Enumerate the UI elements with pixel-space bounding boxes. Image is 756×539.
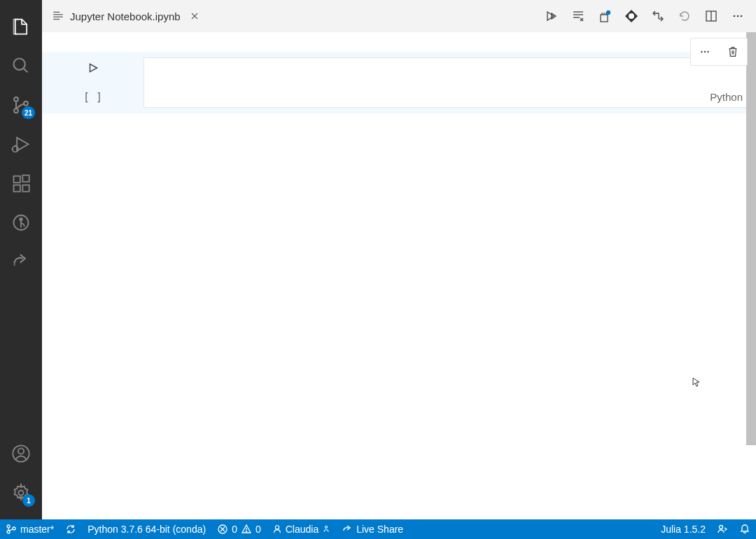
svg-point-41 — [737, 15, 739, 18]
liveshare-label: Live Share — [356, 524, 403, 535]
clear-outputs-icon[interactable] — [570, 8, 587, 24]
svg-point-51 — [13, 527, 15, 530]
scrollbar-thumb[interactable] — [746, 32, 756, 445]
svg-point-0 — [14, 59, 25, 70]
svg-rect-9 — [14, 176, 20, 183]
notebook-file-icon — [52, 10, 64, 22]
warnings-count: 0 — [255, 524, 261, 535]
settings-badge: 1 — [22, 494, 35, 507]
svg-point-45 — [707, 51, 708, 52]
svg-point-43 — [701, 51, 702, 52]
svg-point-57 — [275, 526, 279, 529]
notebook-area: [ ] Python — [42, 32, 756, 519]
source-control-icon[interactable]: 21 — [0, 85, 42, 125]
svg-rect-32 — [601, 15, 608, 22]
svg-point-37 — [629, 13, 634, 19]
mouse-cursor-icon — [692, 377, 703, 391]
status-user[interactable]: Claudia — [272, 524, 330, 535]
activity-bar: 21 — [0, 0, 42, 519]
julia-version: Julia 1.5.2 — [661, 524, 706, 535]
scrollbar[interactable] — [746, 32, 756, 519]
svg-point-4 — [24, 102, 28, 106]
run-debug-icon[interactable] — [0, 125, 42, 164]
status-branch[interactable]: master* — [6, 524, 54, 535]
svg-point-2 — [14, 97, 18, 102]
svg-point-42 — [741, 15, 743, 18]
cell-run-icon[interactable] — [87, 62, 99, 77]
tab-filename: Jupyter Notebook.ipynb — [70, 10, 181, 22]
jupyter-logo-icon[interactable] — [623, 8, 640, 24]
branch-name: master* — [20, 524, 54, 535]
git-graph-icon[interactable] — [0, 203, 42, 242]
status-python-env[interactable]: Python 3.7.6 64-bit (conda) — [88, 524, 206, 535]
svg-point-56 — [246, 531, 246, 532]
svg-point-49 — [7, 525, 10, 528]
more-actions-icon[interactable] — [729, 8, 746, 24]
compare-changes-icon[interactable] — [650, 8, 666, 24]
errors-count: 0 — [232, 524, 237, 535]
cell-execution-count: [ ] — [83, 91, 102, 104]
run-all-icon[interactable] — [543, 8, 560, 24]
svg-point-3 — [14, 108, 18, 113]
source-control-badge: 21 — [22, 106, 35, 119]
svg-rect-11 — [22, 185, 29, 191]
cell-more-icon[interactable] — [691, 38, 719, 65]
undo-icon[interactable] — [676, 8, 693, 24]
svg-marker-48 — [90, 64, 97, 71]
split-editor-icon[interactable] — [703, 8, 720, 24]
svg-rect-12 — [22, 175, 29, 181]
share-icon[interactable] — [0, 242, 42, 281]
settings-gear-icon[interactable]: 1 — [0, 473, 42, 512]
svg-point-14 — [20, 218, 22, 221]
status-julia[interactable]: Julia 1.5.2 — [661, 524, 706, 535]
cell-input-area[interactable] — [144, 58, 750, 107]
status-problems[interactable]: 0 0 — [217, 524, 261, 535]
status-liveshare[interactable]: Live Share — [342, 524, 403, 535]
cell-delete-icon[interactable] — [719, 38, 747, 65]
svg-point-18 — [19, 491, 24, 496]
svg-point-44 — [704, 51, 706, 52]
extensions-icon[interactable] — [0, 164, 42, 203]
tab-close-icon[interactable] — [189, 10, 200, 22]
svg-point-40 — [734, 15, 736, 18]
svg-point-36 — [607, 11, 610, 15]
svg-point-17 — [18, 448, 24, 454]
svg-point-59 — [720, 526, 723, 529]
svg-line-1 — [24, 69, 28, 73]
cell-toolbar — [690, 38, 748, 66]
user-name: Claudia — [286, 524, 318, 535]
editor-area: Jupyter Notebook.ipynb — [42, 0, 756, 519]
status-feedback-icon[interactable] — [717, 524, 728, 535]
notebook-cell[interactable]: [ ] Python — [42, 52, 756, 113]
explorer-icon[interactable] — [0, 7, 42, 46]
tab-bar: Jupyter Notebook.ipynb — [42, 0, 756, 32]
cell-language-label[interactable]: Python — [710, 91, 743, 103]
status-sync[interactable] — [65, 524, 76, 535]
svg-marker-25 — [547, 12, 554, 20]
accounts-icon[interactable] — [0, 434, 42, 473]
cell-editor[interactable]: Python — [144, 57, 750, 108]
search-icon[interactable] — [0, 46, 42, 85]
python-env-label: Python 3.7.6 64-bit (conda) — [88, 524, 206, 535]
svg-rect-10 — [14, 185, 20, 191]
status-bar: master* Python 3.7.6 64-bit (conda) 0 — [0, 519, 756, 539]
svg-point-58 — [326, 526, 328, 528]
tab-jupyter-notebook[interactable]: Jupyter Notebook.ipynb — [42, 0, 210, 32]
kernel-select-icon[interactable] — [596, 8, 613, 24]
